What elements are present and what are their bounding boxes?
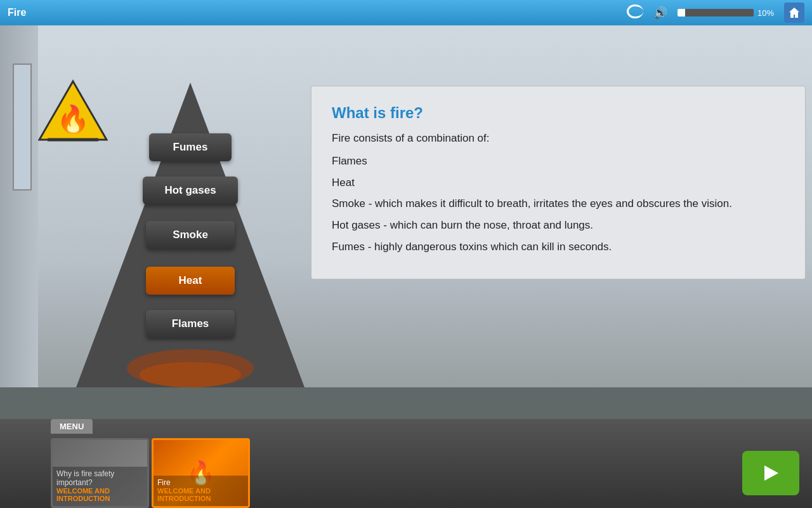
info-item-smoke: Smoke - which makes it difficult to brea…: [332, 196, 785, 211]
caption-icon[interactable]: [627, 4, 643, 22]
smoke-button[interactable]: Smoke: [146, 221, 235, 249]
menu-card-2-content: Fire WELCOME AND INTRODUCTION: [154, 476, 248, 506]
info-item-hotgases: Hot gases - which can burn the nose, thr…: [332, 218, 785, 233]
bottom-navigation-bar: MENU Why is fire safety important? WELCO…: [0, 419, 812, 508]
menu-card-1-content: Why is fire safety important? WELCOME AN…: [53, 467, 147, 506]
menu-card-1-title: Why is fire safety important?: [56, 469, 143, 487]
app-title: Fire: [8, 7, 617, 18]
info-item-flames: Flames: [332, 154, 785, 169]
menu-card-1-subtitle: WELCOME AND INTRODUCTION: [56, 487, 143, 502]
fumes-button[interactable]: Fumes: [149, 133, 232, 161]
volume-icon[interactable]: 🔊: [653, 6, 667, 20]
svg-point-6: [140, 362, 241, 387]
menu-label: MENU: [51, 419, 93, 434]
info-intro: Fire consists of a combination of:: [332, 131, 785, 146]
progress-bar-fill: [678, 9, 685, 17]
home-button[interactable]: [784, 3, 804, 23]
next-button[interactable]: [742, 451, 799, 495]
info-panel: What is fire? Fire consists of a combina…: [311, 86, 806, 279]
progress-bar-background: [678, 9, 754, 17]
svg-marker-7: [764, 465, 778, 481]
hot-gases-button[interactable]: Hot gases: [143, 177, 238, 204]
flames-button[interactable]: Flames: [146, 310, 235, 338]
pyramid-container: Fumes Hot gases Smoke Heat Flames: [70, 76, 311, 419]
heat-button[interactable]: Heat: [146, 267, 235, 295]
menu-card-2-title: Fire: [157, 478, 244, 487]
progress-percent-label: 10%: [757, 8, 774, 18]
menu-card-fire[interactable]: 🔥 Fire WELCOME AND INTRODUCTION: [152, 438, 250, 508]
main-content: 🔥 Fumes Hot gases Smoke Heat Flames: [0, 25, 812, 419]
room-window: [13, 64, 32, 190]
header: Fire 🔊 10%: [0, 0, 812, 25]
menu-card-2-subtitle: WELCOME AND INTRODUCTION: [157, 487, 244, 502]
info-item-heat: Heat: [332, 175, 785, 190]
info-title: What is fire?: [332, 104, 785, 122]
menu-card-why-fire-safety[interactable]: Why is fire safety important? WELCOME AN…: [51, 438, 149, 508]
progress-bar-container: 10%: [678, 8, 774, 18]
info-item-fumes: Fumes - highly dangerous toxins which ca…: [332, 239, 785, 255]
